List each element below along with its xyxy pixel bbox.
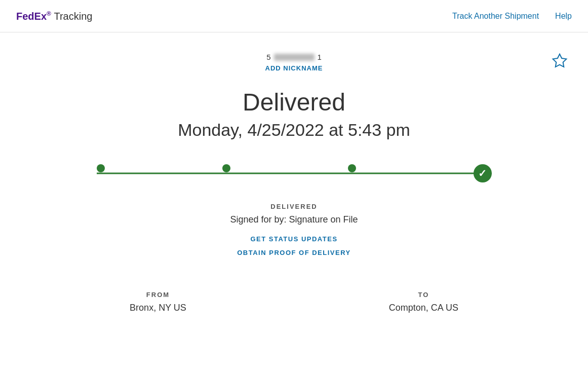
- delivery-info: DELIVERED Signed for by: Signature on Fi…: [230, 203, 358, 263]
- progress-step-2: [222, 164, 230, 172]
- from-value: Bronx, NY US: [130, 303, 186, 313]
- brand-title: FedEx® Tracking: [16, 10, 92, 22]
- from-to-section: FROM Bronx, NY US TO Compton, CA US: [0, 291, 588, 313]
- tracking-number-suffix: 1: [318, 53, 322, 61]
- help-link[interactable]: Help: [555, 12, 572, 21]
- to-label: TO: [418, 291, 429, 299]
- add-nickname-link[interactable]: ADD NICKNAME: [265, 64, 323, 72]
- status-heading: Delivered: [243, 88, 345, 116]
- status-datetime: Monday, 4/25/2022 at 5:43 pm: [178, 120, 410, 140]
- to-value: Compton, CA US: [389, 303, 458, 313]
- progress-step-1: [97, 164, 105, 172]
- header-nav: Track Another Shipment Help: [452, 12, 572, 21]
- progress-step-4-completed: ✓: [474, 164, 492, 182]
- favorite-star-icon[interactable]: [552, 53, 568, 69]
- brand-fedex: FedEx: [16, 10, 47, 21]
- delivery-status-label: DELIVERED: [270, 203, 317, 210]
- check-mark-icon: ✓: [478, 168, 487, 178]
- track-another-shipment-link[interactable]: Track Another Shipment: [452, 12, 539, 21]
- tracking-number-display: 5 1: [266, 53, 322, 61]
- brand-registered: ®: [47, 10, 51, 17]
- svg-marker-0: [553, 54, 567, 67]
- brand-tracking: Tracking: [54, 10, 92, 21]
- tracking-number-blurred: [274, 54, 315, 61]
- delivery-signature: Signed for by: Signature on File: [230, 214, 358, 225]
- obtain-proof-of-delivery-link[interactable]: OBTAIN PROOF OF DELIVERY: [237, 249, 351, 256]
- progress-step-3: [348, 164, 356, 172]
- get-status-updates-link[interactable]: GET STATUS UPDATES: [250, 235, 337, 243]
- progress-dots: ✓: [97, 164, 492, 182]
- header-left: FedEx® Tracking: [16, 10, 92, 22]
- tracking-number-prefix: 5: [266, 53, 270, 61]
- to-location-block: TO Compton, CA US: [389, 291, 458, 313]
- header: FedEx® Tracking Track Another Shipment H…: [0, 0, 588, 32]
- from-label: FROM: [146, 291, 170, 299]
- favorite-star-container: [552, 53, 568, 71]
- main-content: 5 1 ADD NICKNAME Delivered Monday, 4/25/…: [0, 32, 588, 313]
- tracking-number-area: 5 1 ADD NICKNAME: [265, 53, 323, 72]
- from-location-block: FROM Bronx, NY US: [130, 291, 186, 313]
- progress-container: ✓: [97, 164, 492, 182]
